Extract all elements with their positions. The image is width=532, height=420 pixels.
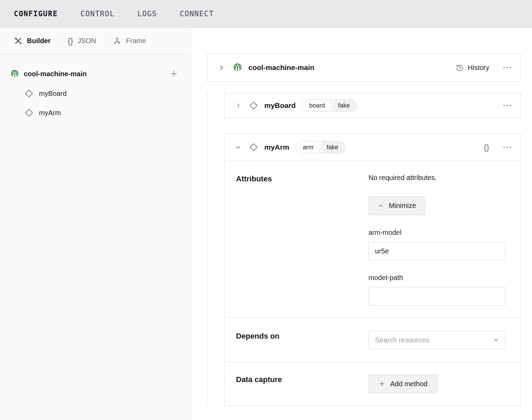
resource-menu-icon[interactable] [502, 104, 512, 107]
model-path-input[interactable] [368, 287, 505, 306]
resource-card-header: myArm arm fake {} [225, 134, 520, 161]
badge-divider [330, 100, 334, 111]
add-resource-icon[interactable] [170, 70, 178, 78]
resource-menu-icon[interactable] [502, 146, 512, 149]
depends-on-heading: Depends on [236, 332, 368, 349]
model-path-label: model-path [368, 274, 505, 282]
depends-on-placeholder: Search resources [375, 336, 429, 344]
resource-card-myarm: myArm arm fake {} A [224, 134, 521, 406]
view-tab-frame[interactable]: Frame [113, 37, 146, 45]
badge-model: fake [322, 141, 345, 153]
chevron-up-icon [378, 203, 384, 209]
view-tab-builder-label: Builder [27, 37, 51, 45]
tree-node-myboard-label: myBoard [39, 90, 67, 98]
view-tab-frame-label: Frame [126, 37, 146, 45]
tab-logs[interactable]: LOGS [137, 10, 157, 18]
chevron-down-icon [493, 337, 500, 343]
badge-model: fake [334, 100, 357, 111]
tree-node-myarm[interactable]: myArm [0, 106, 190, 120]
minimize-button-label: Minimize [389, 202, 416, 210]
config-main: cool-machine-main History [191, 28, 532, 420]
machine-card-title: cool-machine-main [248, 63, 314, 72]
machine-part-icon [10, 70, 19, 78]
depends-on-section: Depends on Search resources [225, 318, 520, 362]
tab-connect[interactable]: CONNECT [180, 10, 214, 18]
data-capture-content: Add method [368, 374, 505, 393]
machine-children: myBoard board fake [207, 93, 521, 407]
tree-node-myarm-label: myArm [39, 109, 61, 117]
tree-node-myboard[interactable]: myBoard [0, 86, 190, 101]
tab-control[interactable]: CONTROL [80, 10, 115, 18]
resource-type-badge: arm fake [295, 141, 345, 153]
diamond-icon [249, 101, 258, 110]
history-button-label: History [468, 64, 489, 72]
resource-name: myArm [264, 143, 289, 151]
tab-configure[interactable]: CONFIGURE [14, 10, 58, 18]
sidebar: Builder {} JSON Frame [0, 28, 191, 420]
resource-name: myBoard [264, 101, 296, 110]
data-capture-section: Data capture Add method [225, 362, 520, 406]
attributes-content: No required attributes. Minimize arm-mod… [368, 174, 505, 306]
badge-type: arm [296, 141, 318, 153]
attributes-section: Attributes No required attributes. Minim… [225, 161, 520, 318]
edit-json-braces-icon[interactable]: {} [484, 142, 489, 152]
resource-type-badge: board fake [302, 99, 357, 112]
machine-part-icon [233, 63, 242, 72]
view-mode-toolbar: Builder {} JSON Frame [0, 28, 190, 54]
diamond-icon [24, 89, 33, 98]
chevron-right-icon[interactable] [218, 64, 225, 71]
diamond-icon [249, 143, 258, 152]
resource-tree: cool-machine-main myBoard [0, 54, 190, 120]
history-clock-icon [455, 63, 464, 72]
top-nav: CONFIGURE CONTROL LOGS CONNECT [0, 0, 532, 28]
badge-type: board [302, 100, 330, 111]
data-capture-heading: Data capture [236, 375, 368, 393]
depends-on-content: Search resources [368, 331, 505, 349]
minimize-button[interactable]: Minimize [368, 196, 425, 215]
machine-menu-icon[interactable] [502, 66, 512, 69]
attributes-heading: Attributes [236, 174, 368, 306]
arm-model-input[interactable] [368, 242, 505, 260]
chevron-right-icon[interactable] [235, 102, 242, 109]
add-method-button[interactable]: Add method [368, 374, 437, 393]
view-tab-json[interactable]: {} JSON [68, 37, 96, 45]
resource-card-myboard: myBoard board fake [224, 93, 521, 118]
view-tab-builder[interactable]: Builder [14, 37, 51, 45]
braces-icon: {} [68, 37, 73, 45]
tools-icon [14, 37, 22, 45]
tree-node-machine[interactable]: cool-machine-main [0, 66, 190, 81]
badge-divider [318, 141, 322, 153]
axes-icon [113, 37, 121, 45]
view-tab-json-label: JSON [78, 37, 96, 45]
add-method-button-label: Add method [390, 380, 427, 388]
depends-on-select[interactable]: Search resources [368, 331, 505, 349]
attributes-empty-text: No required attributes. [368, 174, 505, 182]
diamond-icon [24, 108, 33, 117]
tree-node-machine-label: cool-machine-main [24, 70, 87, 78]
machine-card: cool-machine-main History [207, 53, 521, 82]
history-button[interactable]: History [455, 63, 489, 72]
plus-icon [378, 380, 385, 387]
chevron-down-icon[interactable] [235, 144, 242, 151]
arm-model-label: arm-model [368, 229, 505, 237]
